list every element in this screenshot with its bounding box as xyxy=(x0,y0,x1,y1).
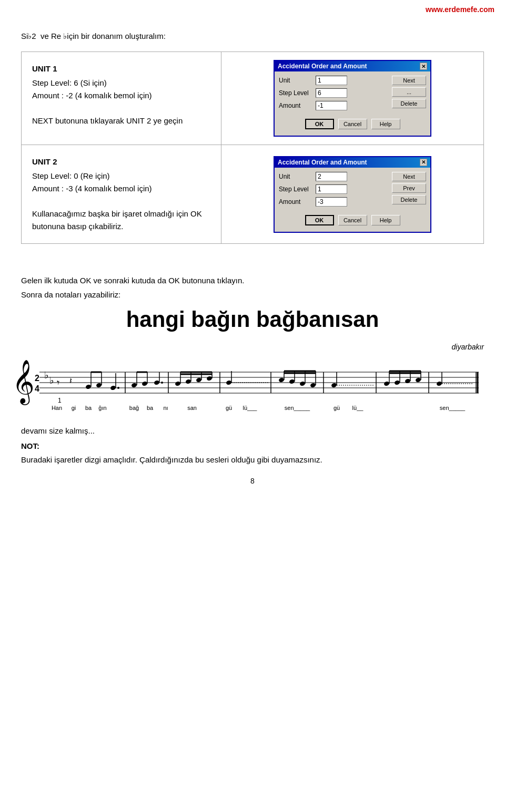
dialog1-close-btn[interactable]: ✕ xyxy=(420,63,427,70)
note-7 xyxy=(175,381,181,386)
dialog2-unit-value: 2 xyxy=(316,172,347,181)
dialog2-help-btn[interactable]: Help xyxy=(371,215,400,225)
unit2-step: Step Level: 0 (Re için) xyxy=(32,170,210,182)
dialog2-fields: Unit 2 Step Level 1 Amount -3 xyxy=(279,172,389,210)
syl-gu: gü xyxy=(226,405,232,411)
treble-clef-symbol: 𝄞 xyxy=(12,360,35,405)
dialog1-cancel-btn[interactable]: Cancel xyxy=(338,119,367,129)
section2-dialog-area: Accidental Order and Amount ✕ Unit 2 Ste… xyxy=(221,145,483,243)
dialog2-amount-label: Amount xyxy=(279,198,316,205)
not-text: Buradaki işaretler dizgi amaçlıdır. Çald… xyxy=(21,455,322,464)
dialog1-ok-btn[interactable]: OK xyxy=(305,119,334,129)
section1-row: UNIT 1 Step Level: 6 (Si için) Amount : … xyxy=(21,52,484,145)
note-18 xyxy=(394,380,400,385)
note-4 xyxy=(131,383,137,388)
note-8 xyxy=(185,379,191,384)
dialog2-step-row: Step Level 1 xyxy=(279,184,389,194)
syl-lu2: lü__ xyxy=(352,405,364,411)
section1-text: UNIT 1 Step Level: 6 (Si için) Amount : … xyxy=(22,52,221,145)
dialog1-title: Accidental Order and Amount ✕ xyxy=(275,61,430,71)
syl-ba: ba xyxy=(85,405,92,411)
dialog1-unit-value: 1 xyxy=(316,76,347,85)
dialog2-cancel-btn[interactable]: Cancel xyxy=(338,215,367,225)
not-label: NOT: xyxy=(21,441,39,450)
dialog2-body: Unit 2 Step Level 1 Amount -3 xyxy=(275,168,430,232)
dialog1-buttons: Next ... Delete xyxy=(389,76,426,114)
dialog2-ok-btn[interactable]: OK xyxy=(305,215,334,225)
syl-lu: lü___ xyxy=(243,405,258,411)
dot-2 xyxy=(161,382,163,384)
bar-number-1: 1 xyxy=(58,397,62,404)
watermark: www.erdemefe.com xyxy=(426,5,494,14)
dialog1: Accidental Order and Amount ✕ Unit 1 Ste… xyxy=(274,60,431,137)
unit2-ok-instruction: Kullanacağımız başka bir işaret olmadığı… xyxy=(32,208,210,233)
section2-row: UNIT 2 Step Level: 0 (Re için) Amount : … xyxy=(21,145,484,244)
note-10 xyxy=(206,376,213,381)
music-notation: 𝄞 2 4 ♭ ♭ 𝄾 𝄽 xyxy=(0,351,505,421)
syl-han: Han xyxy=(52,405,62,411)
dialog2-next-btn[interactable]: Next xyxy=(392,172,426,181)
dialog2-title-text: Accidental Order and Amount xyxy=(278,159,367,166)
dialog1-title-text: Accidental Order and Amount xyxy=(278,63,367,70)
bottom-section: Gelen ilk kutuda OK ve sonraki kutuda da… xyxy=(0,265,505,302)
song-title: hangi bağın bağbanısan xyxy=(0,307,505,332)
syl-san: san xyxy=(187,405,197,411)
secondary-instruction: Sonra da notaları yazabiliriz: xyxy=(21,287,484,302)
dialog2-unit-label: Unit xyxy=(279,173,316,180)
note-14 xyxy=(299,381,306,386)
note-17 xyxy=(383,381,390,386)
dialog2-buttons: Next Prev Delete xyxy=(389,172,426,210)
not-section: NOT: Buradaki işaretler dizgi amaçlıdır.… xyxy=(0,439,505,466)
flat2-symbol: ♭ xyxy=(49,375,54,386)
unit1-header: UNIT 1 xyxy=(32,63,210,75)
note-11 xyxy=(226,380,232,385)
dialog1-unit-label: Unit xyxy=(279,77,316,84)
title-text: Si♭2 ve Re ♭için bir donanım oluşturalım… xyxy=(21,32,166,40)
dialog1-help-btn[interactable]: Help xyxy=(371,119,400,129)
note-13 xyxy=(289,379,295,384)
dialog1-unit-row: Unit 1 xyxy=(279,76,389,85)
dialog2-step-label: Step Level xyxy=(279,186,316,193)
dialog1-next-btn[interactable]: Next xyxy=(392,76,426,85)
dialog1-step-label: Step Level xyxy=(279,89,316,97)
dot-1 xyxy=(117,387,119,389)
unit2-amount: Amount : -3 (4 komalık bemol için) xyxy=(32,182,210,195)
dialog1-step-value: 6 xyxy=(316,88,347,98)
syl-bag: bağ xyxy=(129,405,139,411)
syl-sen2: sen_____ xyxy=(440,405,466,411)
syl-gu2: gü xyxy=(334,405,340,411)
note-3 xyxy=(110,385,116,390)
dialog1-step-row: Step Level 6 xyxy=(279,88,389,98)
syl-ba2: ba xyxy=(147,405,154,411)
flat1-symbol: ♭ xyxy=(44,370,48,381)
syl-ni: nı xyxy=(163,405,168,411)
note-6 xyxy=(154,380,160,385)
dialog2-close-btn[interactable]: ✕ xyxy=(420,159,427,166)
section2-text: UNIT 2 Step Level: 0 (Re için) Amount : … xyxy=(22,145,221,243)
dialog1-ok-row: OK Cancel Help xyxy=(279,117,426,131)
note-1 xyxy=(85,384,92,389)
dialog2-amount-row: Amount -3 xyxy=(279,197,389,207)
music-staff-svg: 𝄞 2 4 ♭ ♭ 𝄾 𝄽 xyxy=(11,351,484,419)
dialog2-ok-row: OK Cancel Help xyxy=(279,213,426,228)
note-15 xyxy=(310,383,316,388)
note-5 xyxy=(142,381,148,386)
note-20 xyxy=(415,377,421,383)
unit1-step: Step Level: 6 (Si için) xyxy=(32,77,210,89)
dialog2-delete-btn[interactable]: Delete xyxy=(392,195,426,204)
dialog2-unit-row: Unit 2 xyxy=(279,172,389,181)
dialog1-body: Unit 1 Step Level 6 Amount -1 xyxy=(275,71,430,136)
syl-gi: gi xyxy=(72,405,76,411)
unit1-next-instruction: NEXT butonuna tıklayarak UNIT 2 ye geçin xyxy=(32,115,210,127)
note-2 xyxy=(96,383,102,388)
dialog2: Accidental Order and Amount ✕ Unit 2 Ste… xyxy=(274,156,431,233)
note-12 xyxy=(278,377,285,383)
section1-dialog-area: Accidental Order and Amount ✕ Unit 1 Ste… xyxy=(221,52,483,145)
dialog1-dots-btn[interactable]: ... xyxy=(392,87,426,97)
dialog2-amount-value: -3 xyxy=(316,197,347,207)
dialog1-amount-value: -1 xyxy=(316,101,347,110)
dialog1-main-area: Unit 1 Step Level 6 Amount -1 xyxy=(279,76,426,114)
title-line: Si♭2 ve Re ♭için bir donanım oluşturalım… xyxy=(21,32,484,41)
dialog1-delete-btn[interactable]: Delete xyxy=(392,99,426,108)
dialog2-prev-btn[interactable]: Prev xyxy=(392,183,426,193)
